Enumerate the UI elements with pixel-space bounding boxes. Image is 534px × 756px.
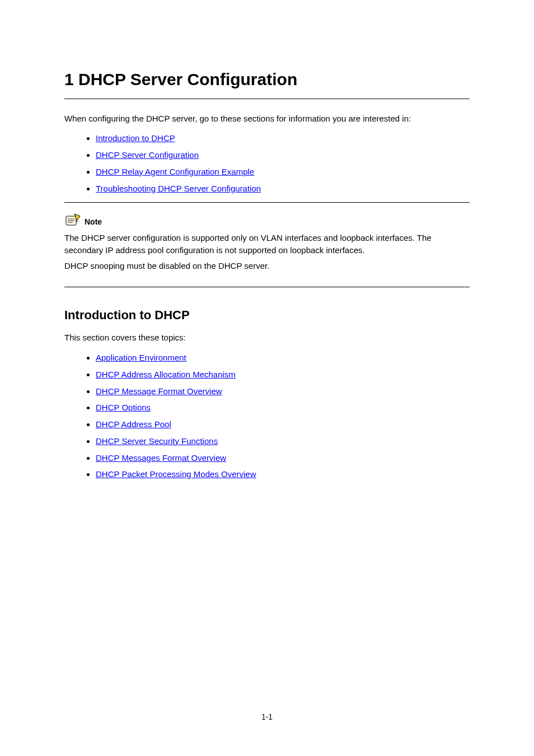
note-line-1: The DHCP server configuration is support… xyxy=(64,232,470,256)
chapter-title-text: DHCP Server Configuration xyxy=(78,70,297,88)
list-item: Troubleshooting DHCP Server Configuratio… xyxy=(96,183,470,195)
note-top-rule xyxy=(64,202,470,203)
page-number: 1-1 xyxy=(0,711,534,722)
section-link-list: Application Environment DHCP Address All… xyxy=(64,352,470,480)
link-dhcp-server-config[interactable]: DHCP Server Configuration xyxy=(96,150,199,160)
list-item: DHCP Address Allocation Mechanism xyxy=(96,368,470,381)
link-options[interactable]: DHCP Options xyxy=(96,403,151,412)
list-item: Introduction to DHCP xyxy=(96,132,470,144)
note-block: Note The DHCP server configuration is su… xyxy=(64,213,470,272)
link-alloc-mech[interactable]: DHCP Address Allocation Mechanism xyxy=(96,370,236,379)
link-security[interactable]: DHCP Server Security Functions xyxy=(96,436,218,446)
note-bottom-rule xyxy=(64,287,470,287)
link-packet-modes[interactable]: DHCP Packet Processing Modes Overview xyxy=(96,469,256,479)
note-line-2: DHCP snooping must be disabled on the DH… xyxy=(64,260,470,272)
list-item: DHCP Packet Processing Modes Overview xyxy=(96,468,470,480)
link-msg-format[interactable]: DHCP Message Format Overview xyxy=(96,386,222,396)
link-app-env[interactable]: Application Environment xyxy=(96,353,186,362)
list-item: DHCP Messages Format Overview xyxy=(96,452,470,464)
note-label: Note xyxy=(85,216,102,227)
link-troubleshooting[interactable]: Troubleshooting DHCP Server Configuratio… xyxy=(96,184,261,193)
chapter-title: 1 DHCP Server Configuration xyxy=(64,67,470,92)
top-link-list: Introduction to DHCP DHCP Server Configu… xyxy=(64,132,470,194)
link-msg-format-2[interactable]: DHCP Messages Format Overview xyxy=(96,453,226,463)
chapter-number: 1 xyxy=(64,70,74,88)
link-address-pool[interactable]: DHCP Address Pool xyxy=(96,419,171,429)
list-item: DHCP Server Security Functions xyxy=(96,435,470,447)
link-intro-dhcp[interactable]: Introduction to DHCP xyxy=(96,133,175,143)
section-intro: This section covers these topics: xyxy=(64,332,470,344)
list-item: DHCP Relay Agent Configuration Example xyxy=(96,166,470,178)
chapter-rule xyxy=(64,99,470,99)
list-item: Application Environment xyxy=(96,352,470,364)
list-item: DHCP Address Pool xyxy=(96,418,470,431)
link-relay-example[interactable]: DHCP Relay Agent Configuration Example xyxy=(96,167,254,176)
section-heading: Introduction to DHCP xyxy=(64,306,470,324)
intro-paragraph: When configuring the DHCP server, go to … xyxy=(64,113,470,125)
list-item: DHCP Message Format Overview xyxy=(96,385,470,398)
list-item: DHCP Server Configuration xyxy=(96,149,470,161)
list-item: DHCP Options xyxy=(96,402,470,414)
note-icon xyxy=(64,213,81,227)
